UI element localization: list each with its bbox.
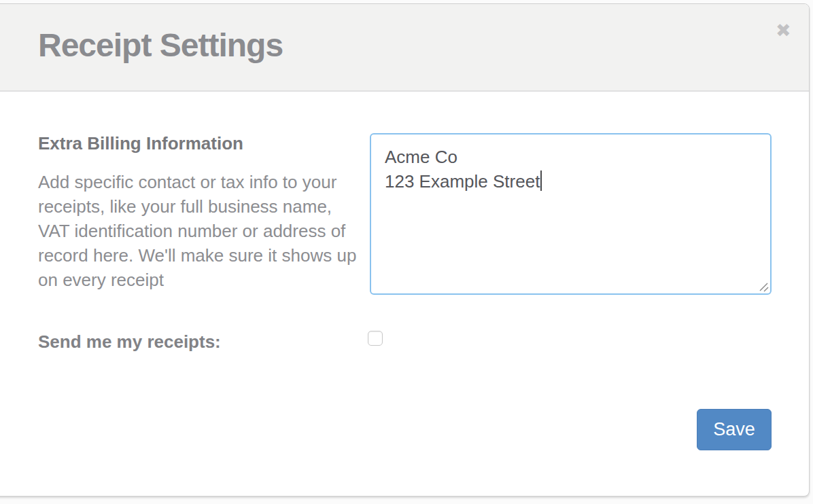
page-background: Receipt Settings ✖ Extra Billing Informa… (0, 0, 813, 504)
extra-billing-label: Extra Billing Information (38, 133, 243, 154)
resize-handle-icon[interactable] (757, 281, 769, 292)
modal-title: Receipt Settings (38, 26, 283, 64)
modal-body: Extra Billing Information Add specific c… (0, 93, 809, 496)
extra-billing-textarea[interactable]: Acme Co 123 Example Street (370, 133, 772, 295)
receipt-settings-modal: Receipt Settings ✖ Extra Billing Informa… (0, 3, 810, 497)
text-cursor (540, 170, 542, 191)
close-icon[interactable]: ✖ (776, 22, 791, 40)
extra-billing-value: Acme Co 123 Example Street (385, 147, 540, 192)
save-button[interactable]: Save (697, 409, 772, 450)
send-receipts-checkbox[interactable] (368, 331, 383, 346)
modal-header: Receipt Settings ✖ (0, 4, 809, 92)
extra-billing-description: Add specific contact or tax info to your… (38, 170, 363, 292)
send-receipts-label: Send me my receipts: (38, 331, 221, 353)
